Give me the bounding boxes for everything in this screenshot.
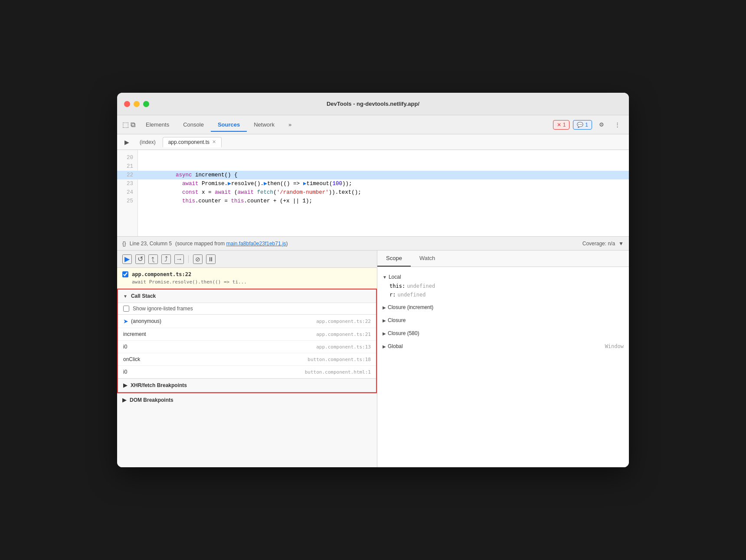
step-out-button[interactable]: ⤴ bbox=[161, 254, 171, 264]
dom-bp-section: ▶ DOM Breakpoints bbox=[117, 393, 377, 407]
closure-increment-label: Closure (increment) bbox=[388, 304, 433, 310]
scope-content: ▼ Local this: undefined r: undefined bbox=[377, 267, 629, 467]
scope-closure-increment-header[interactable]: ▶ Closure (increment) bbox=[377, 303, 629, 312]
maximize-button[interactable] bbox=[143, 101, 149, 107]
cs-file-4: button.component.html:1 bbox=[305, 369, 371, 375]
coverage-text: Coverage: n/a bbox=[582, 241, 615, 247]
xhr-header[interactable]: ▶ XHR/fetch Breakpoints bbox=[118, 379, 376, 392]
line-num-23: 23 bbox=[117, 179, 137, 188]
code-line-20 bbox=[138, 153, 629, 162]
devtools-window: DevTools - ng-devtools.netlify.app/ ⬚ ⧉ … bbox=[117, 93, 629, 467]
inspect-icon[interactable]: ⬚ bbox=[122, 120, 129, 129]
file-tab-index[interactable]: (index) bbox=[134, 137, 161, 147]
xhr-title: XHR/fetch Breakpoints bbox=[131, 382, 187, 388]
call-stack-row-0[interactable]: ➤ (anonymous) app.component.ts:22 bbox=[118, 315, 376, 328]
dom-bp-header[interactable]: ▶ DOM Breakpoints bbox=[117, 394, 377, 407]
cs-func-label-1: increment bbox=[123, 331, 146, 337]
tab-console[interactable]: Console bbox=[176, 118, 211, 131]
breakpoint-checkbox[interactable] bbox=[122, 271, 128, 277]
call-stack-row-4[interactable]: i0 button.component.html:1 bbox=[118, 366, 376, 378]
this-key: this: bbox=[389, 283, 405, 289]
info-badge-button[interactable]: 💬 1 bbox=[573, 120, 592, 130]
scope-closure-header[interactable]: ▶ Closure bbox=[377, 316, 629, 325]
file-tab-component-label: app.component.ts bbox=[168, 139, 209, 145]
closure-label: Closure bbox=[388, 317, 406, 323]
scope-global-header[interactable]: ▶ Global Window bbox=[377, 342, 629, 351]
global-arrow: ▶ bbox=[383, 344, 386, 349]
file-tab-close[interactable]: ✕ bbox=[212, 139, 216, 145]
coverage-dropdown-icon[interactable]: ▼ bbox=[618, 241, 624, 247]
tab-elements[interactable]: Elements bbox=[139, 118, 176, 131]
cs-func-3: onClick bbox=[123, 356, 140, 362]
dom-bp-arrow: ▶ bbox=[122, 397, 126, 403]
step-button[interactable]: → bbox=[174, 254, 184, 264]
call-stack-row-3[interactable]: onClick button.component.ts:18 bbox=[118, 353, 376, 366]
main-toolbar: ⬚ ⧉ Elements Console Sources Network » ✕… bbox=[117, 115, 629, 134]
step-over-button[interactable]: ↺ bbox=[135, 254, 145, 264]
xhr-arrow: ▶ bbox=[123, 382, 127, 388]
tab-scope[interactable]: Scope bbox=[377, 251, 411, 267]
cs-func-label-0: (anonymous) bbox=[131, 318, 161, 324]
error-badge-button[interactable]: ✕ 1 bbox=[553, 120, 570, 130]
gear-icon: ⚙ bbox=[599, 121, 604, 128]
scope-item-this: this: undefined bbox=[377, 282, 629, 290]
cs-func-4: i0 bbox=[123, 369, 127, 375]
line-num-25: 25 bbox=[117, 197, 137, 205]
cs-func-label-3: onClick bbox=[123, 356, 140, 362]
call-stack-section: ▼ Call Stack Show ignore-listed frames ➤… bbox=[117, 289, 377, 393]
call-stack-row-1[interactable]: increment app.component.ts:21 bbox=[118, 328, 376, 341]
pause-on-exception-button[interactable]: ⏸ bbox=[206, 254, 216, 264]
window-title: DevTools - ng-devtools.netlify.app/ bbox=[327, 101, 419, 107]
pretty-print-icon[interactable]: {} bbox=[122, 240, 126, 247]
line-num-22: 22 bbox=[117, 171, 137, 179]
scope-item-r: r: undefined bbox=[377, 290, 629, 299]
settings-button[interactable]: ⚙ bbox=[595, 120, 608, 130]
right-panel: Scope Watch ▼ Local this: undefined bbox=[377, 251, 629, 467]
file-tab-index-label: (index) bbox=[140, 139, 156, 145]
code-content[interactable]: async increment() { await Promise.resolv… bbox=[138, 150, 629, 236]
cs-func-label-4: i0 bbox=[123, 369, 127, 375]
global-right-val: Window bbox=[605, 343, 624, 349]
close-button[interactable] bbox=[124, 101, 130, 107]
chat-icon: 💬 bbox=[577, 122, 583, 128]
device-icon[interactable]: ⧉ bbox=[131, 121, 135, 129]
call-stack-header[interactable]: ▼ Call Stack bbox=[118, 290, 376, 303]
scope-closure-580-header[interactable]: ▶ Closure (580) bbox=[377, 329, 629, 338]
source-map-link[interactable]: main.fa8bfa0e23f1eb71.js bbox=[226, 241, 286, 247]
tab-network[interactable]: Network bbox=[247, 118, 281, 131]
ignore-frames-checkbox[interactable] bbox=[123, 306, 129, 312]
cs-file-2: app.component.ts:13 bbox=[316, 344, 371, 350]
debugger-toolbar: ▶ ↺ ⤵ ⤴ → ⊘ ⏸ bbox=[117, 251, 377, 268]
main-area: ▶ ↺ ⤵ ⤴ → ⊘ ⏸ app.component.ts:22 await … bbox=[117, 251, 629, 467]
tab-sources[interactable]: Sources bbox=[211, 118, 247, 131]
r-key: r: bbox=[389, 292, 396, 298]
minimize-button[interactable] bbox=[134, 101, 140, 107]
cs-func-0: ➤ (anonymous) bbox=[123, 318, 161, 325]
tab-more[interactable]: » bbox=[281, 118, 298, 131]
xhr-section: ▶ XHR/fetch Breakpoints bbox=[118, 378, 376, 392]
scope-group-closure-580: ▶ Closure (580) bbox=[377, 327, 629, 340]
ignore-frames-row: Show ignore-listed frames bbox=[118, 303, 376, 315]
call-stack-row-2[interactable]: i0 app.component.ts:13 bbox=[118, 341, 376, 353]
file-tabs: ▶ (index) app.component.ts ✕ bbox=[117, 134, 629, 150]
file-tab-component[interactable]: app.component.ts ✕ bbox=[163, 137, 222, 147]
scope-group-local-header[interactable]: ▼ Local bbox=[377, 272, 629, 282]
line-num-24: 24 bbox=[117, 188, 137, 197]
source-map-text: (source mapped from main.fa8bfa0e23f1eb7… bbox=[175, 241, 288, 247]
code-line-21: async increment() { bbox=[138, 162, 629, 171]
resume-button[interactable]: ▶ bbox=[122, 254, 132, 264]
code-editor: 20 21 22 23 24 25 async increment() { aw… bbox=[117, 150, 629, 237]
file-panel-toggle[interactable]: ▶ bbox=[121, 136, 133, 148]
breakpoint-code: await Promise.resolve().then(() => ti... bbox=[122, 279, 372, 285]
more-button[interactable]: ⋮ bbox=[611, 120, 624, 130]
closure-increment-arrow: ▶ bbox=[383, 305, 386, 310]
scope-group-closure: ▶ Closure bbox=[377, 314, 629, 327]
window-controls bbox=[124, 101, 149, 107]
deactivate-breakpoints-button[interactable]: ⊘ bbox=[193, 254, 203, 264]
toolbar-icons: ✕ 1 💬 1 ⚙ ⋮ bbox=[553, 120, 624, 130]
local-label: Local bbox=[389, 274, 401, 280]
closure-580-arrow: ▶ bbox=[383, 331, 386, 336]
step-into-button[interactable]: ⤵ bbox=[148, 254, 158, 264]
scope-group-global: ▶ Global Window bbox=[377, 340, 629, 353]
tab-watch[interactable]: Watch bbox=[411, 251, 444, 267]
